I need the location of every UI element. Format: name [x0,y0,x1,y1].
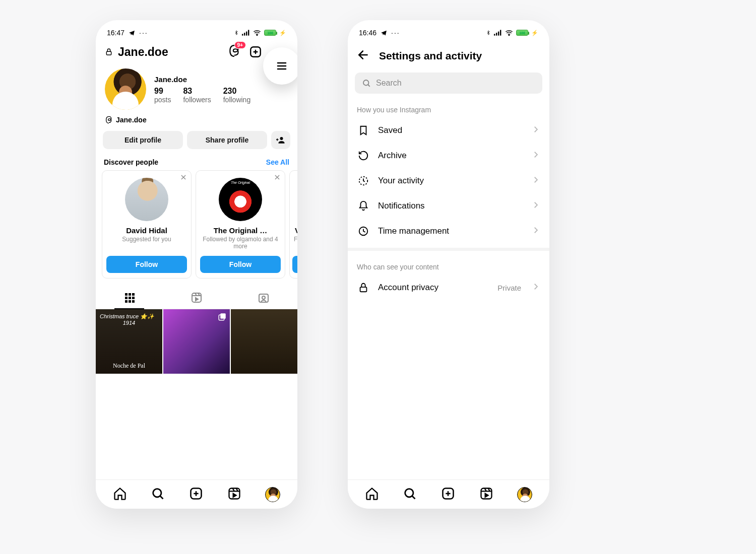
search-icon [362,79,371,88]
plus-square-icon [441,487,455,501]
threads-button[interactable]: 9+ [228,44,241,59]
nav-profile[interactable] [517,487,532,502]
nav-reels[interactable] [227,487,241,503]
nav-search[interactable] [403,487,417,503]
hamburger-icon [274,60,289,72]
chevron-right-icon [531,125,540,136]
svg-point-7 [280,137,283,140]
threads-handle[interactable]: Jane.doe [96,112,297,124]
bluetooth-icon [486,29,491,36]
tagged-icon [258,292,270,304]
post-thumbnail[interactable] [231,309,297,374]
search-icon [403,487,417,501]
chevron-right-icon [531,150,540,161]
tab-reels[interactable] [163,287,230,309]
arrow-left-icon [357,48,370,61]
settings-row-archive[interactable]: Archive [351,143,546,168]
discover-cards: David Hidal Suggested for you Follow The… [96,170,297,279]
settings-title: Settings and activity [379,50,482,62]
svg-rect-26 [496,33,497,36]
wifi-icon [253,30,261,36]
nav-home[interactable] [365,487,379,503]
suggestion-card[interactable]: The Original The Original … Followed by … [196,170,285,279]
battery-icon: 100 [516,30,528,36]
nav-profile[interactable] [265,487,280,502]
stat-posts[interactable]: 99posts [154,87,171,104]
svg-rect-18 [259,294,268,302]
dismiss-suggestion-icon[interactable] [180,174,187,183]
suggestion-subtext: Suggested for you [122,236,171,251]
follow-button[interactable]: Follow [200,256,281,273]
svg-rect-25 [494,34,495,35]
tab-grid[interactable] [96,287,163,309]
post-thumbnail[interactable] [163,309,230,374]
nav-reels[interactable] [479,487,493,503]
suggestion-name: David Hidal [126,226,167,235]
wifi-icon [505,30,513,36]
svg-point-29 [509,35,510,36]
tab-tagged[interactable] [230,287,297,309]
suggestion-name: V [295,226,297,235]
lock-icon [358,282,369,293]
clock-icon [358,226,369,237]
plus-square-icon [189,487,203,501]
share-profile-button[interactable]: Share profile [187,131,267,149]
svg-rect-28 [500,30,501,35]
carousel-icon [218,312,227,322]
status-bar: 16:47 ··· 100 ⚡ [96,20,297,39]
profile-avatar[interactable] [105,68,146,110]
bluetooth-icon [234,29,239,36]
settings-row-privacy[interactable]: Account privacy Private [351,275,546,300]
status-more: ··· [139,29,148,37]
chevron-right-icon [531,226,540,237]
discover-see-all[interactable]: See All [266,158,289,166]
nav-search[interactable] [151,487,165,503]
suggestion-subtext: Fo [294,236,297,251]
threads-small-icon [105,116,113,124]
profile-tabs [96,287,297,309]
settings-row-activity[interactable]: Your activity [351,168,546,193]
create-post-icon[interactable] [249,45,262,58]
svg-rect-33 [360,287,367,292]
profile-display-name: Jane.doe [154,75,250,84]
post-thumbnail[interactable]: Christmas truce ⭐✨ 1914 Noche de Pal [96,309,162,374]
svg-rect-13 [132,297,135,299]
nav-create[interactable] [189,487,203,503]
discover-people-button[interactable] [271,131,290,149]
edit-profile-button[interactable]: Edit profile [103,131,183,149]
profile-username[interactable]: Jane.doe [118,45,225,59]
section-who-can-see: Who can see your content [348,251,549,275]
phone-profile: 16:47 ··· 100 ⚡ Jane.doe 9+ Jane.d [96,20,297,509]
settings-row-notifications[interactable]: Notifications [351,193,546,219]
nav-create[interactable] [441,487,455,503]
signal-icon [494,30,502,36]
menu-button-highlight[interactable] [263,47,297,85]
settings-row-time[interactable]: Time management [351,219,546,244]
svg-rect-10 [132,293,135,296]
back-button[interactable] [357,48,370,63]
chevron-right-icon [531,175,540,186]
svg-rect-5 [106,51,111,55]
stat-following[interactable]: 230following [223,87,250,104]
suggestion-card-partial[interactable]: V Fo [289,170,297,279]
nav-home[interactable] [113,487,127,503]
status-time: 16:46 [359,29,376,37]
activity-icon [358,175,369,186]
archive-icon [358,150,369,161]
settings-row-saved[interactable]: Saved [351,118,546,143]
follow-button[interactable]: Follow [106,256,187,273]
status-bar: 16:46 ··· 100 ⚡ [348,20,549,39]
svg-point-19 [262,296,265,299]
dismiss-suggestion-icon[interactable] [274,174,281,183]
reels-nav-icon [479,487,493,501]
stat-followers[interactable]: 83followers [183,87,211,104]
chevron-right-icon [531,200,540,212]
search-input[interactable]: Search [355,73,542,94]
search-icon [151,487,165,501]
svg-rect-1 [244,33,245,36]
privacy-value: Private [497,284,521,292]
suggestion-card[interactable]: David Hidal Suggested for you Follow [102,170,192,279]
grid-icon [123,292,136,304]
follow-button[interactable] [292,256,297,273]
bottom-nav [96,479,297,509]
